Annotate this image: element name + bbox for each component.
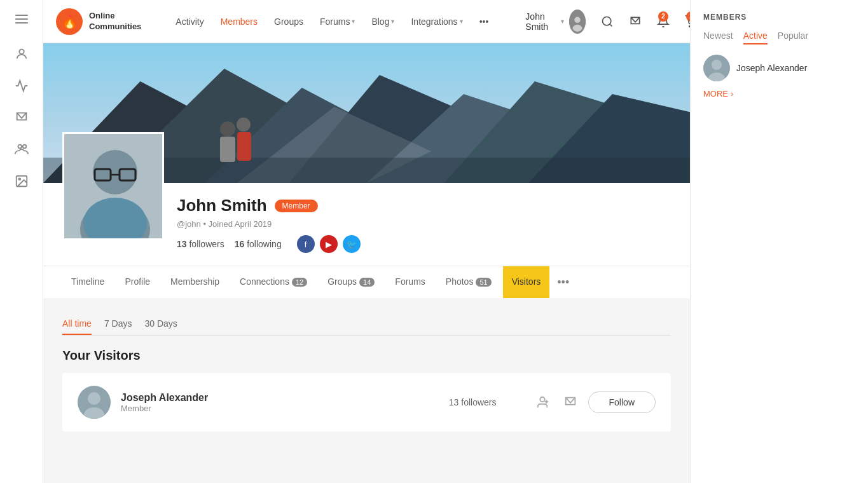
svg-point-5 (22, 145, 26, 149)
follow-button[interactable]: Follow (588, 391, 656, 413)
top-nav: 🔥 OnlineCommunities Activity Members Gro… (43, 0, 690, 43)
svg-point-3 (19, 50, 24, 54)
rs-more-link[interactable]: MORE › (703, 89, 855, 99)
svg-rect-1 (15, 18, 28, 20)
profile-joined: Joined April 2019 (209, 219, 272, 229)
cart-badge: 2 (686, 11, 690, 22)
user-menu[interactable]: John Smith ▾ (525, 10, 586, 34)
sidebar-image-icon[interactable] (8, 168, 35, 194)
main-content: All time 7 Days 30 Days Your Visitors (43, 298, 690, 483)
visitor-followers: 13 followers (449, 397, 497, 407)
svg-point-9 (574, 17, 581, 23)
visitor-info: Joseph Alexander Member (121, 392, 439, 413)
svg-point-36 (88, 392, 100, 405)
tab-connections[interactable]: Connections12 (231, 266, 316, 298)
add-connection-icon[interactable] (532, 392, 553, 412)
profile-section: John Smith Member @john • Joined April 2… (43, 183, 690, 266)
social-icons: f ▶ 🐦 (297, 235, 361, 253)
followers-stat: 13 followers (177, 239, 224, 249)
logo[interactable]: 🔥 OnlineCommunities (56, 8, 141, 35)
svg-rect-0 (15, 15, 28, 16)
rs-tab-active[interactable]: Active (743, 31, 768, 44)
sidebar-user-icon[interactable] (8, 41, 35, 67)
send-message-icon[interactable] (560, 392, 581, 412)
rs-member-avatar (703, 55, 730, 81)
tab-visitors[interactable]: Visitors (503, 266, 550, 298)
svg-point-24 (220, 121, 235, 137)
svg-point-38 (540, 397, 544, 402)
svg-line-12 (610, 24, 612, 26)
tab-timeline[interactable]: Timeline (62, 266, 113, 298)
svg-point-11 (603, 17, 611, 25)
nav-members[interactable]: Members (214, 11, 264, 32)
svg-rect-25 (220, 137, 235, 162)
profile-name: John Smith (177, 196, 267, 215)
nav-forums[interactable]: Forums ▾ (313, 11, 361, 32)
profile-handle: @john (177, 219, 201, 229)
nav-links: Activity Members Groups Forums ▾ Blog ▾ … (169, 11, 495, 32)
content-scroll: John Smith Member @john • Joined April 2… (43, 43, 690, 483)
photos-badge: 51 (476, 278, 491, 287)
rs-tab-popular[interactable]: Popular (778, 31, 808, 44)
visitor-name: Joseph Alexander (121, 392, 439, 404)
profile-meta: @john • Joined April 2019 (177, 219, 671, 229)
right-sidebar: MEMBERS Newest Active Popular Joseph Ale… (690, 0, 868, 483)
user-avatar[interactable] (569, 10, 586, 34)
profile-avatar-wrapper (62, 132, 164, 240)
rs-title: MEMBERS (703, 13, 855, 22)
visitor-card: Joseph Alexander Member 13 followers Fol… (62, 373, 671, 432)
svg-rect-2 (15, 22, 28, 24)
search-button[interactable] (601, 10, 614, 33)
svg-point-13 (689, 25, 690, 27)
svg-point-10 (573, 24, 582, 31)
rs-member: Joseph Alexander (703, 55, 855, 81)
youtube-icon[interactable]: ▶ (320, 235, 338, 253)
notifications-button[interactable]: 2 (657, 10, 670, 33)
tab-photos[interactable]: Photos51 (437, 266, 500, 298)
nav-blog[interactable]: Blog ▾ (365, 11, 401, 32)
rs-member-name: Joseph Alexander (736, 63, 807, 73)
user-chevron: ▾ (561, 18, 564, 25)
rs-tab-newest[interactable]: Newest (703, 31, 733, 44)
visitor-actions: Follow (532, 391, 656, 413)
svg-point-42 (712, 60, 722, 70)
main-area: 🔥 OnlineCommunities Activity Members Gro… (43, 0, 690, 483)
following-stat: 16 following (235, 239, 282, 249)
twitter-icon[interactable]: 🐦 (343, 235, 361, 253)
hamburger-menu[interactable] (10, 8, 33, 31)
sidebar-activity-icon[interactable] (8, 72, 35, 99)
visitor-role: Member (121, 404, 439, 413)
tab-membership[interactable]: Membership (162, 266, 228, 298)
banner-figure-1 (202, 107, 279, 183)
sidebar-message-icon[interactable] (8, 104, 35, 131)
tab-groups[interactable]: Groups14 (319, 266, 383, 298)
member-badge: Member (275, 200, 318, 212)
profile-name-row: John Smith Member (177, 196, 671, 215)
nav-integrations[interactable]: Integrations ▾ (404, 11, 469, 32)
nav-groups[interactable]: Groups (268, 11, 310, 32)
tab-profile[interactable]: Profile (116, 266, 159, 298)
cart-button[interactable]: 2 (685, 10, 690, 33)
tab-forums[interactable]: Forums (386, 266, 434, 298)
nav-more[interactable]: ••• (473, 11, 495, 32)
svg-point-4 (18, 145, 22, 149)
logo-icon: 🔥 (56, 8, 83, 35)
visitor-avatar (78, 386, 111, 419)
facebook-icon[interactable]: f (297, 235, 315, 253)
messages-button[interactable] (629, 10, 642, 33)
nav-activity[interactable]: Activity (169, 11, 210, 32)
filter-7-days[interactable]: 7 Days (104, 313, 132, 335)
svg-point-27 (237, 118, 251, 132)
connections-badge: 12 (292, 278, 307, 287)
filter-all-time[interactable]: All time (62, 313, 92, 335)
tabs-more[interactable]: ••• (557, 276, 569, 289)
sidebar-group-icon[interactable] (8, 136, 35, 163)
groups-badge: 14 (359, 278, 375, 287)
filter-30-days[interactable]: 30 Days (144, 313, 177, 335)
svg-point-29 (93, 150, 137, 194)
svg-rect-26 (237, 132, 251, 161)
profile-avatar (64, 134, 164, 240)
svg-point-7 (18, 178, 20, 180)
visitors-title: Your Visitors (62, 348, 671, 363)
rs-tabs: Newest Active Popular (703, 31, 855, 44)
